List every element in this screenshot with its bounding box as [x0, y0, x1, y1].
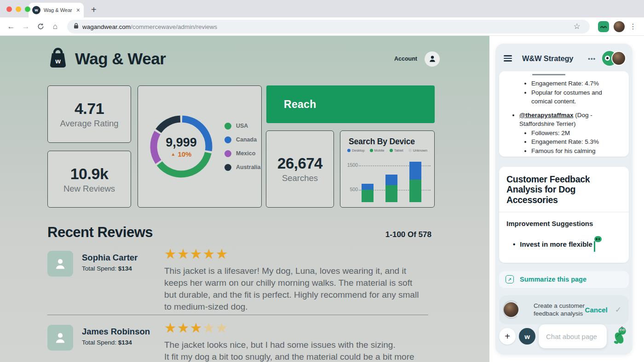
reviews-title: Recent Reviews: [47, 224, 153, 241]
star-rating: ★★★★★: [164, 247, 429, 261]
account-label[interactable]: Account: [394, 56, 417, 62]
y-tick-label: 500: [343, 187, 358, 192]
svg-text:w: w: [55, 57, 61, 65]
review-divider: [47, 315, 428, 315]
star-icon: ★: [216, 246, 229, 261]
legend-dot: [347, 149, 351, 152]
tab-title: Wag & Wear: [44, 7, 73, 13]
minimize-window-icon[interactable]: [16, 6, 21, 12]
feedback-card-subtitle: Improvement Suggestions: [506, 220, 621, 227]
star-icon: ★: [164, 320, 177, 335]
hamburger-menu-icon[interactable]: [504, 55, 512, 62]
influencer-handle-item: @therapystaffmax (Dog - Staffordshire Te…: [519, 111, 622, 157]
legend-item: Canada: [224, 136, 261, 143]
forward-icon[interactable]: →: [19, 20, 32, 33]
url-domain: wagandwear.com: [82, 23, 131, 30]
list-item: Engagement Rate: 5.3%: [531, 137, 622, 147]
browser-chrome: w Wag & Wear × + ← → ⌂ wagandwear.com/co…: [0, 0, 644, 36]
more-options-icon[interactable]: •••: [588, 55, 596, 62]
account-avatar[interactable]: [425, 51, 440, 67]
y-tick-label: 1500: [343, 162, 358, 168]
bookmark-star-icon[interactable]: ☆: [570, 20, 583, 33]
star-icon: ★: [177, 320, 190, 335]
browser-profile-avatar[interactable]: [614, 21, 625, 32]
star-icon: ★: [164, 246, 177, 261]
extension-mascot-icon[interactable]: [598, 21, 609, 32]
window-controls[interactable]: [6, 6, 30, 12]
divider: [499, 212, 629, 212]
reviewer-avatar: [47, 325, 73, 351]
new-reviews-value: 10.9k: [70, 165, 109, 183]
summarize-page-button[interactable]: ↗ Summarize this page: [499, 271, 629, 288]
site-context-badge: w: [519, 328, 535, 345]
star-icon: ★: [203, 246, 216, 261]
device-chart-title: Search By Device: [349, 137, 434, 147]
searches-value: 26,674: [277, 155, 322, 172]
list-item: Engagement Rate: 4.7%: [531, 79, 622, 88]
star-icon: ★: [190, 246, 203, 261]
list-item: Followers: 2M: [531, 129, 622, 138]
url-bar[interactable]: wagandwear.com/commercewave/admin/review…: [67, 20, 590, 34]
donut-center-value: 9,999: [166, 136, 197, 150]
clipped-text-sliver: [532, 74, 565, 75]
reviewer-name: Sophia Carter: [82, 253, 164, 263]
device-bar-chart: 5001500: [362, 158, 431, 202]
new-reviews-label: New Reviews: [63, 184, 115, 194]
gecko-mascot-icon: [611, 326, 628, 347]
tab-close-icon[interactable]: ×: [76, 6, 80, 14]
influencer-handle-link[interactable]: @therapystaffmax: [519, 112, 573, 119]
stacked-bar: [362, 184, 374, 202]
searches-label: Searches: [282, 173, 318, 183]
maximize-window-icon[interactable]: [25, 6, 30, 12]
reach-button[interactable]: Reach: [266, 85, 435, 123]
delta-up-icon: ▲: [171, 152, 176, 157]
average-rating-label: Average Rating: [60, 119, 118, 129]
average-rating-value: 4.71: [75, 100, 104, 118]
reviewer-total-spend: Total Spend: $134: [82, 339, 164, 346]
feedback-card-title: Customer Feedback Analysis for Dog Acces…: [506, 174, 621, 205]
review-row: James Robinson Total Spend: $134 ★★★★★ T…: [47, 325, 429, 362]
legend-item: Australia: [224, 164, 261, 171]
tab-strip: w Wag & Wear × +: [0, 0, 644, 17]
chat-bar: + w: [499, 324, 629, 348]
influencer-sub-bullets: Followers: 2M Engagement Rate: 5.3% Famo…: [519, 129, 622, 157]
feedback-bullet: • Invest in more flexible: [513, 236, 621, 252]
back-icon[interactable]: ←: [5, 20, 17, 33]
reviewer-avatar: [47, 251, 73, 277]
chat-input[interactable]: [539, 324, 607, 348]
star-icon: ★: [190, 320, 203, 335]
lock-icon: [74, 23, 79, 31]
legend-dot: [370, 149, 373, 152]
site-header: w Wag & Wear Account: [47, 46, 440, 72]
browser-tab[interactable]: w Wag & Wear ×: [29, 3, 84, 17]
new-reviews-card: 10.9k New Reviews: [47, 151, 131, 208]
assistant-user-avatar[interactable]: [611, 51, 626, 66]
shopping-bag-logo-icon: w: [47, 47, 69, 71]
country-donut-card: 9,999 ▲10% USA Canada Mexico Australia: [138, 85, 262, 208]
donut-legend: USA Canada Mexico Australia: [224, 123, 261, 171]
review-text: The jacket looks nice, but I had some is…: [164, 339, 429, 362]
list-item: Famous for his calming presence and ther…: [531, 147, 622, 157]
brand: w Wag & Wear: [47, 47, 166, 71]
assistant-panel: W&W Strategy ••• Engagement Rate: 4.7% P…: [495, 44, 632, 355]
add-attachment-button[interactable]: +: [499, 328, 516, 345]
confirm-check-icon[interactable]: ✓: [615, 305, 621, 315]
launch-icon: ↗: [506, 275, 514, 283]
assistant-title: W&W Strategy: [522, 54, 573, 63]
average-rating-card: 4.71 Average Rating: [47, 85, 131, 143]
legend-dot: [224, 136, 231, 143]
tab-favicon: w: [32, 6, 40, 14]
review-text: This jacket is a lifesaver! My dog, Luna…: [164, 265, 429, 313]
legend-dot: [224, 164, 231, 171]
close-window-icon[interactable]: [6, 6, 12, 12]
star-icon: ★: [216, 320, 229, 335]
reviewer-name: James Robinson: [82, 327, 164, 337]
browser-menu-icon[interactable]: ⋮: [627, 22, 639, 31]
legend-dot: [390, 149, 393, 152]
reload-icon[interactable]: [34, 20, 47, 33]
task-progress-ring: [503, 300, 520, 319]
home-icon[interactable]: ⌂: [49, 20, 62, 33]
new-tab-button[interactable]: +: [91, 5, 97, 15]
main-content: w Wag & Wear Account 4.71 Average Rating…: [0, 36, 489, 362]
cancel-button[interactable]: Cancel: [585, 306, 608, 314]
